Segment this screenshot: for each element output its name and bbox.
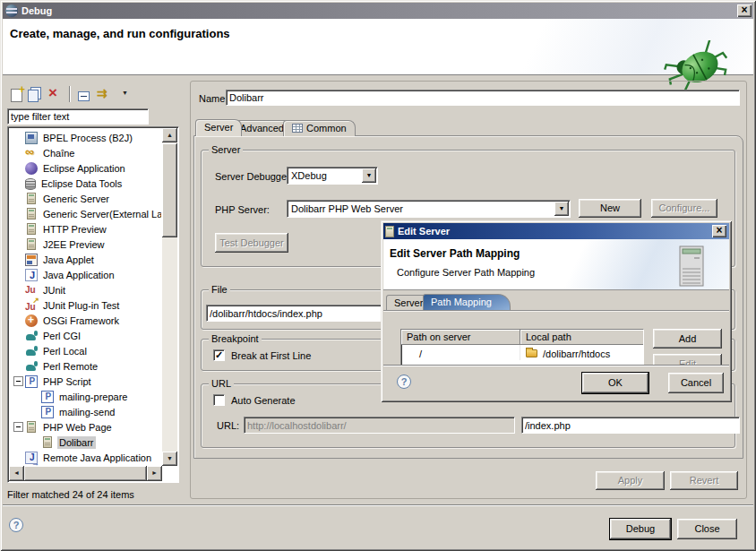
tree-item[interactable]: Remote Java Application xyxy=(10,450,161,465)
tree-horizontal-scrollbar[interactable]: ◄ ► xyxy=(9,466,162,481)
tree-indent-spacer xyxy=(13,254,23,264)
toolbar-separator xyxy=(69,86,71,102)
apply-button[interactable]: Apply xyxy=(596,471,665,490)
tree-indent-spacer xyxy=(30,437,39,447)
tree-item[interactable]: Perl Remote xyxy=(10,358,161,374)
tree-item-label: Eclipse Data Tools xyxy=(39,177,124,190)
window-close-button[interactable]: × xyxy=(737,4,752,17)
close-button[interactable]: Close xyxy=(677,519,737,539)
horizontal-scroll-thumb[interactable] xyxy=(24,466,147,481)
tab-server[interactable]: Server xyxy=(195,119,242,136)
dialog-help-icon[interactable]: ? xyxy=(397,375,411,389)
duplicate-configuration-icon[interactable] xyxy=(28,90,39,102)
new-server-button[interactable]: New xyxy=(579,199,641,218)
tree-item-label: mailing-send xyxy=(57,406,116,418)
chevron-down-icon[interactable]: ▼ xyxy=(554,202,569,216)
name-input[interactable] xyxy=(226,90,740,106)
perl-icon xyxy=(25,345,38,357)
collapse-toggle-icon[interactable] xyxy=(13,376,23,386)
ok-button[interactable]: OK xyxy=(582,373,649,393)
tree-item[interactable]: Perl Local xyxy=(10,343,161,358)
dialog-title: Edit Server xyxy=(398,226,450,237)
folder-icon xyxy=(526,349,537,357)
collapse-all-icon[interactable] xyxy=(78,91,90,101)
path-mapping-header-row: Path on server Local path xyxy=(401,330,643,345)
dialog-tab-path-mapping[interactable]: Path Mapping xyxy=(423,294,511,310)
test-debugger-button[interactable]: Test Debugger xyxy=(215,233,288,253)
tree-item[interactable]: mailing-prepare xyxy=(10,389,161,404)
tree-indent-spacer xyxy=(13,239,23,249)
tree-item-label: JUnit xyxy=(41,284,67,297)
scroll-left-arrow[interactable]: ◄ xyxy=(9,466,24,481)
tree-item[interactable]: PHP Script xyxy=(10,374,161,389)
tree-indent-spacer xyxy=(13,300,23,310)
filter-input[interactable] xyxy=(7,108,149,125)
cancel-button[interactable]: Cancel xyxy=(668,373,724,393)
filter-configurations-icon[interactable] xyxy=(97,86,113,102)
chevron-down-icon[interactable]: ▼ xyxy=(362,168,376,183)
tree-item[interactable]: Generic Server xyxy=(10,191,161,206)
php-server-combo[interactable]: Dolibarr PHP Web Server ▼ xyxy=(287,200,571,218)
dialog-close-button[interactable]: × xyxy=(712,225,726,237)
tree-vertical-scrollbar[interactable]: ▲ ▼ xyxy=(162,128,177,466)
column-header-path-on-server[interactable]: Path on server xyxy=(401,330,520,345)
php-icon xyxy=(41,391,54,403)
tree-item[interactable]: Java Application xyxy=(10,267,161,282)
tree-item[interactable]: Chaîne xyxy=(10,145,161,160)
server-debugger-combo[interactable]: XDebug ▼ xyxy=(287,167,378,185)
tab-common[interactable]: Common xyxy=(283,120,356,136)
tree-item[interactable]: PHP Web Page xyxy=(10,419,161,435)
tree-item[interactable]: Java Applet xyxy=(10,252,161,267)
tree-item[interactable]: JUnit Plug-in Test xyxy=(10,297,161,313)
configurations-tree[interactable]: BPEL Process (B2J)ChaîneEclipse Applicat… xyxy=(7,126,179,483)
tree-indent-spacer xyxy=(30,392,39,401)
tree-item[interactable]: Generic Server(External La xyxy=(10,206,161,221)
add-mapping-button[interactable]: Add xyxy=(653,329,722,349)
break-first-line-checkbox[interactable]: ✓ xyxy=(213,349,225,361)
path-mapping-row[interactable]: //dolibarr/htdocs xyxy=(401,345,643,360)
auto-generate-checkbox[interactable] xyxy=(213,394,225,406)
tab-advanced-label: Advanced xyxy=(240,123,284,133)
vertical-scroll-thumb[interactable] xyxy=(162,143,177,237)
collapse-toggle-icon[interactable] xyxy=(13,422,23,432)
scroll-right-arrow[interactable]: ► xyxy=(147,466,162,481)
java-applet-icon xyxy=(25,254,38,266)
delete-configuration-icon[interactable] xyxy=(46,86,62,102)
perl-icon xyxy=(25,330,38,342)
configure-server-button[interactable]: Configure... xyxy=(651,199,717,218)
tree-item[interactable]: OSGi Framework xyxy=(10,313,161,328)
url-path-input[interactable] xyxy=(521,417,740,434)
tree-item[interactable]: J2EE Preview xyxy=(10,237,161,252)
debug-button[interactable]: Debug xyxy=(610,519,671,539)
revert-button[interactable]: Revert xyxy=(670,471,738,490)
tree-item[interactable]: Eclipse Data Tools xyxy=(10,176,161,191)
debug-configurations-window: Debug × Create, manage, and run configur… xyxy=(0,0,756,551)
new-configuration-icon[interactable] xyxy=(11,89,22,102)
dialog-banner: Edit Server Path Mapping Configure Serve… xyxy=(383,239,729,290)
server-debugger-value: XDebug xyxy=(291,170,360,181)
column-header-local-path[interactable]: Local path xyxy=(520,330,644,345)
tree-item-label: Perl CGI xyxy=(41,330,82,342)
help-question-icon[interactable]: ? xyxy=(9,518,23,532)
scroll-up-arrow[interactable]: ▲ xyxy=(162,128,177,142)
page-title: Create, manage, and run configurations xyxy=(10,27,230,40)
tree-item-label: mailing-prepare xyxy=(57,391,129,403)
tree-item-label: Dolibarr xyxy=(57,436,96,449)
tree-indent-spacer xyxy=(13,331,23,340)
window-titlebar: Debug × xyxy=(3,3,753,19)
filter-dropdown-arrow-icon[interactable] xyxy=(120,86,129,102)
tree-item[interactable]: Dolibarr xyxy=(10,435,161,450)
tree-item[interactable]: Eclipse Application xyxy=(10,160,161,176)
tree-item-label: Java Applet xyxy=(41,254,96,266)
tree-indent-spacer xyxy=(13,148,23,158)
scroll-down-arrow[interactable]: ▼ xyxy=(162,452,177,466)
tree-item[interactable]: HTTP Preview xyxy=(10,221,161,237)
base-url-input xyxy=(244,417,515,434)
edit-server-dialog: Edit Server × Edit Server Path Mapping C… xyxy=(381,220,732,402)
tree-item-label: Generic Server(External La xyxy=(41,208,161,220)
tree-item[interactable]: Perl CGI xyxy=(10,328,161,343)
name-label: Name: xyxy=(199,93,228,104)
osgi-framework-icon xyxy=(25,314,38,327)
tree-item[interactable]: mailing-send xyxy=(10,404,161,419)
tree-item[interactable]: BPEL Process (B2J) xyxy=(10,130,161,145)
